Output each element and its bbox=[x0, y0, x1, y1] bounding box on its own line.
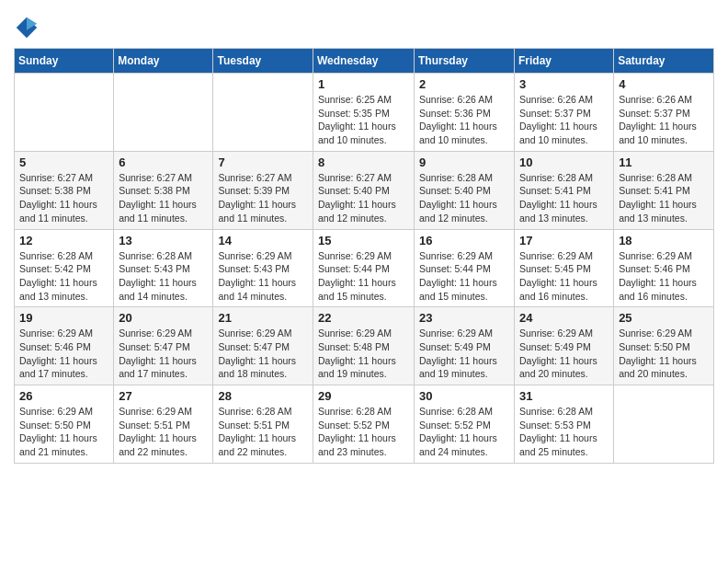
day-cell: 18Sunrise: 6:29 AMSunset: 5:46 PMDayligh… bbox=[614, 229, 714, 307]
calendar-body: 1Sunrise: 6:25 AMSunset: 5:35 PMDaylight… bbox=[15, 74, 714, 464]
header-day-thursday: Thursday bbox=[415, 49, 515, 74]
day-info: Sunrise: 6:29 AMSunset: 5:48 PMDaylight:… bbox=[318, 327, 409, 381]
logo bbox=[14, 15, 43, 40]
day-cell: 21Sunrise: 6:29 AMSunset: 5:47 PMDayligh… bbox=[213, 307, 313, 385]
day-cell: 7Sunrise: 6:27 AMSunset: 5:39 PMDaylight… bbox=[213, 151, 313, 229]
day-number: 19 bbox=[19, 311, 108, 325]
header-day-wednesday: Wednesday bbox=[313, 49, 415, 74]
day-cell: 28Sunrise: 6:28 AMSunset: 5:51 PMDayligh… bbox=[213, 385, 313, 464]
day-cell bbox=[614, 385, 714, 464]
header-day-sunday: Sunday bbox=[15, 49, 114, 74]
day-info: Sunrise: 6:29 AMSunset: 5:51 PMDaylight:… bbox=[119, 405, 208, 459]
week-row-1: 1Sunrise: 6:25 AMSunset: 5:35 PMDaylight… bbox=[15, 74, 714, 152]
day-cell: 3Sunrise: 6:26 AMSunset: 5:37 PMDaylight… bbox=[515, 74, 614, 152]
day-cell: 30Sunrise: 6:28 AMSunset: 5:52 PMDayligh… bbox=[415, 385, 515, 464]
header-day-saturday: Saturday bbox=[614, 49, 714, 74]
day-cell bbox=[213, 74, 313, 152]
day-cell: 6Sunrise: 6:27 AMSunset: 5:38 PMDaylight… bbox=[114, 151, 213, 229]
day-number: 2 bbox=[419, 77, 509, 91]
day-cell: 20Sunrise: 6:29 AMSunset: 5:47 PMDayligh… bbox=[114, 307, 213, 385]
day-cell: 27Sunrise: 6:29 AMSunset: 5:51 PMDayligh… bbox=[114, 385, 213, 464]
day-cell: 2Sunrise: 6:26 AMSunset: 5:36 PMDaylight… bbox=[415, 74, 515, 152]
header-day-monday: Monday bbox=[114, 49, 213, 74]
day-info: Sunrise: 6:29 AMSunset: 5:44 PMDaylight:… bbox=[318, 249, 409, 304]
day-cell bbox=[15, 74, 114, 152]
day-number: 17 bbox=[519, 234, 609, 247]
day-info: Sunrise: 6:29 AMSunset: 5:50 PMDaylight:… bbox=[19, 405, 108, 459]
day-info: Sunrise: 6:29 AMSunset: 5:49 PMDaylight:… bbox=[419, 327, 509, 381]
header-day-friday: Friday bbox=[515, 49, 614, 74]
day-number: 3 bbox=[519, 77, 609, 91]
header-day-tuesday: Tuesday bbox=[213, 49, 313, 74]
week-row-3: 12Sunrise: 6:28 AMSunset: 5:42 PMDayligh… bbox=[15, 229, 714, 307]
week-row-2: 5Sunrise: 6:27 AMSunset: 5:38 PMDaylight… bbox=[15, 151, 714, 229]
day-info: Sunrise: 6:27 AMSunset: 5:40 PMDaylight:… bbox=[318, 171, 409, 225]
day-cell: 29Sunrise: 6:28 AMSunset: 5:52 PMDayligh… bbox=[313, 385, 415, 464]
day-info: Sunrise: 6:26 AMSunset: 5:37 PMDaylight:… bbox=[619, 93, 709, 147]
day-number: 1 bbox=[318, 77, 409, 91]
day-cell: 15Sunrise: 6:29 AMSunset: 5:44 PMDayligh… bbox=[313, 229, 415, 307]
day-info: Sunrise: 6:29 AMSunset: 5:47 PMDaylight:… bbox=[119, 327, 208, 381]
day-cell: 4Sunrise: 6:26 AMSunset: 5:37 PMDaylight… bbox=[614, 74, 714, 152]
day-cell: 10Sunrise: 6:28 AMSunset: 5:41 PMDayligh… bbox=[515, 151, 614, 229]
day-number: 11 bbox=[619, 155, 709, 169]
day-number: 27 bbox=[119, 389, 208, 403]
day-info: Sunrise: 6:28 AMSunset: 5:53 PMDaylight:… bbox=[519, 405, 609, 459]
day-cell: 17Sunrise: 6:29 AMSunset: 5:45 PMDayligh… bbox=[515, 229, 614, 307]
day-info: Sunrise: 6:28 AMSunset: 5:51 PMDaylight:… bbox=[218, 405, 308, 459]
day-cell: 19Sunrise: 6:29 AMSunset: 5:46 PMDayligh… bbox=[15, 307, 114, 385]
day-number: 10 bbox=[519, 155, 609, 169]
day-number: 31 bbox=[519, 389, 609, 403]
day-info: Sunrise: 6:29 AMSunset: 5:46 PMDaylight:… bbox=[619, 249, 709, 304]
day-number: 6 bbox=[119, 155, 208, 169]
day-number: 13 bbox=[119, 234, 208, 247]
day-info: Sunrise: 6:28 AMSunset: 5:52 PMDaylight:… bbox=[318, 405, 409, 459]
day-number: 30 bbox=[419, 389, 509, 403]
day-cell: 8Sunrise: 6:27 AMSunset: 5:40 PMDaylight… bbox=[313, 151, 415, 229]
day-info: Sunrise: 6:27 AMSunset: 5:38 PMDaylight:… bbox=[19, 171, 108, 225]
day-info: Sunrise: 6:28 AMSunset: 5:43 PMDaylight:… bbox=[119, 249, 208, 304]
day-number: 12 bbox=[19, 234, 108, 247]
day-info: Sunrise: 6:26 AMSunset: 5:37 PMDaylight:… bbox=[519, 93, 609, 147]
day-cell: 9Sunrise: 6:28 AMSunset: 5:40 PMDaylight… bbox=[415, 151, 515, 229]
day-number: 22 bbox=[318, 311, 409, 325]
day-cell: 24Sunrise: 6:29 AMSunset: 5:49 PMDayligh… bbox=[515, 307, 614, 385]
day-cell: 13Sunrise: 6:28 AMSunset: 5:43 PMDayligh… bbox=[114, 229, 213, 307]
day-number: 18 bbox=[619, 234, 709, 247]
day-info: Sunrise: 6:28 AMSunset: 5:41 PMDaylight:… bbox=[619, 171, 709, 225]
day-number: 29 bbox=[318, 389, 409, 403]
day-info: Sunrise: 6:29 AMSunset: 5:45 PMDaylight:… bbox=[519, 249, 609, 304]
day-info: Sunrise: 6:29 AMSunset: 5:44 PMDaylight:… bbox=[419, 249, 509, 304]
day-number: 23 bbox=[419, 311, 509, 325]
day-number: 26 bbox=[19, 389, 108, 403]
day-number: 14 bbox=[218, 234, 308, 247]
day-number: 21 bbox=[218, 311, 308, 325]
day-number: 9 bbox=[419, 155, 509, 169]
day-number: 4 bbox=[619, 77, 709, 91]
day-cell bbox=[114, 74, 213, 152]
day-info: Sunrise: 6:28 AMSunset: 5:52 PMDaylight:… bbox=[419, 405, 509, 459]
day-number: 25 bbox=[619, 311, 709, 325]
calendar-header: SundayMondayTuesdayWednesdayThursdayFrid… bbox=[15, 49, 714, 74]
day-cell: 5Sunrise: 6:27 AMSunset: 5:38 PMDaylight… bbox=[15, 151, 114, 229]
day-number: 20 bbox=[119, 311, 208, 325]
day-info: Sunrise: 6:29 AMSunset: 5:43 PMDaylight:… bbox=[218, 249, 308, 304]
day-number: 7 bbox=[218, 155, 308, 169]
day-number: 16 bbox=[419, 234, 509, 247]
day-number: 8 bbox=[318, 155, 409, 169]
day-cell: 25Sunrise: 6:29 AMSunset: 5:50 PMDayligh… bbox=[614, 307, 714, 385]
week-row-5: 26Sunrise: 6:29 AMSunset: 5:50 PMDayligh… bbox=[15, 385, 714, 464]
calendar-table: SundayMondayTuesdayWednesdayThursdayFrid… bbox=[14, 48, 714, 464]
day-info: Sunrise: 6:25 AMSunset: 5:35 PMDaylight:… bbox=[318, 93, 409, 147]
day-info: Sunrise: 6:27 AMSunset: 5:39 PMDaylight:… bbox=[218, 171, 308, 225]
header-row: SundayMondayTuesdayWednesdayThursdayFrid… bbox=[15, 49, 714, 74]
day-number: 5 bbox=[19, 155, 108, 169]
day-cell: 23Sunrise: 6:29 AMSunset: 5:49 PMDayligh… bbox=[415, 307, 515, 385]
day-cell: 12Sunrise: 6:28 AMSunset: 5:42 PMDayligh… bbox=[15, 229, 114, 307]
day-info: Sunrise: 6:29 AMSunset: 5:49 PMDaylight:… bbox=[519, 327, 609, 381]
day-number: 24 bbox=[519, 311, 609, 325]
day-number: 15 bbox=[318, 234, 409, 247]
day-cell: 14Sunrise: 6:29 AMSunset: 5:43 PMDayligh… bbox=[213, 229, 313, 307]
page-header bbox=[14, 9, 714, 40]
day-info: Sunrise: 6:28 AMSunset: 5:42 PMDaylight:… bbox=[19, 249, 108, 304]
